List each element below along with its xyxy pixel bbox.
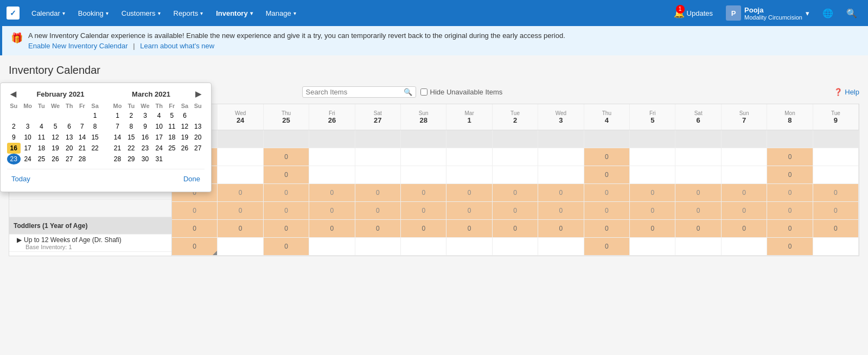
day-cell[interactable]: 29 bbox=[125, 154, 138, 164]
grid-cell[interactable]: 0 bbox=[767, 202, 813, 219]
search-icon[interactable]: 🔍 bbox=[842, 6, 861, 21]
day-cell[interactable]: 4 bbox=[152, 110, 165, 121]
today-button[interactable]: Today bbox=[7, 173, 35, 185]
grid-cell[interactable]: 0 bbox=[675, 220, 721, 237]
nav-manage[interactable]: Manage ▾ bbox=[260, 6, 302, 21]
nav-inventory[interactable]: Inventory ▾ bbox=[210, 6, 258, 21]
grid-cell[interactable]: 0 bbox=[630, 220, 675, 237]
learn-whats-new-link[interactable]: Learn about what's new bbox=[140, 42, 214, 50]
day-cell[interactable]: 30 bbox=[138, 154, 153, 164]
grid-cell[interactable]: 0 bbox=[722, 184, 767, 201]
grid-cell[interactable]: 0 bbox=[584, 184, 630, 201]
day-cell[interactable]: 6 bbox=[63, 121, 76, 132]
day-cell[interactable]: 9 bbox=[7, 132, 21, 143]
prev-month-button[interactable]: ◀ bbox=[7, 90, 20, 98]
grid-cell[interactable]: 0 bbox=[767, 220, 813, 237]
day-cell[interactable]: 7 bbox=[110, 121, 125, 132]
day-cell[interactable]: 27 bbox=[191, 143, 205, 154]
grid-cell[interactable]: 0 bbox=[767, 184, 813, 201]
user-menu-button[interactable]: P Pooja Modality Circumcision ▾ bbox=[722, 3, 814, 23]
grid-cell[interactable]: 0 bbox=[767, 148, 813, 166]
grid-cell[interactable]: 0 bbox=[264, 148, 309, 166]
grid-cell[interactable]: 0 bbox=[309, 220, 355, 237]
day-cell[interactable]: 21 bbox=[110, 143, 125, 154]
day-cell[interactable]: 24 bbox=[152, 143, 165, 154]
day-cell[interactable]: 22 bbox=[125, 143, 138, 154]
day-cell[interactable]: 22 bbox=[88, 143, 101, 154]
grid-cell[interactable]: 0 bbox=[584, 148, 630, 166]
day-cell[interactable]: 5 bbox=[48, 121, 63, 132]
updates-button[interactable]: 1 🔔 Updates bbox=[669, 6, 717, 21]
day-cell[interactable]: 13 bbox=[191, 121, 205, 132]
grid-cell[interactable]: 0 bbox=[584, 202, 630, 219]
day-cell[interactable]: 11 bbox=[35, 132, 48, 143]
enable-new-experience-link[interactable]: Enable New Inventory Calendar bbox=[28, 42, 128, 50]
hide-unavailable-checkbox[interactable] bbox=[420, 88, 427, 96]
day-cell[interactable]: 6 bbox=[178, 110, 192, 121]
grid-cell[interactable]: 0 bbox=[675, 202, 721, 219]
grid-cell[interactable]: 0 bbox=[264, 202, 309, 219]
grid-cell[interactable]: 0 bbox=[264, 184, 309, 201]
grid-cell[interactable]: 0 bbox=[722, 220, 767, 237]
nav-calendar[interactable]: Calendar ▾ bbox=[26, 6, 71, 21]
day-cell[interactable]: 23 bbox=[138, 143, 153, 154]
day-cell[interactable]: 10 bbox=[152, 121, 165, 132]
grid-cell[interactable]: 0 bbox=[538, 202, 584, 219]
nav-reports[interactable]: Reports ▾ bbox=[168, 6, 209, 21]
day-cell[interactable]: 23 bbox=[7, 154, 21, 164]
app-logo[interactable]: ✓ bbox=[7, 7, 20, 20]
done-button[interactable]: Done bbox=[179, 173, 205, 185]
day-cell[interactable]: 12 bbox=[178, 121, 192, 132]
grid-cell[interactable]: 0 bbox=[401, 220, 446, 237]
day-cell[interactable]: 28 bbox=[76, 154, 89, 164]
day-cell[interactable]: 2 bbox=[125, 110, 138, 121]
expand-icon-6[interactable]: ▶ bbox=[17, 236, 22, 244]
day-cell[interactable]: 18 bbox=[165, 132, 178, 143]
day-cell[interactable]: 12 bbox=[48, 132, 63, 143]
day-cell[interactable]: 2 bbox=[7, 121, 21, 132]
day-cell[interactable]: 20 bbox=[191, 132, 205, 143]
day-cell[interactable]: 25 bbox=[165, 143, 178, 154]
day-cell[interactable]: 4 bbox=[35, 121, 48, 132]
day-cell[interactable]: 18 bbox=[35, 143, 48, 154]
grid-cell[interactable]: 0 bbox=[264, 166, 309, 183]
day-cell[interactable]: 3 bbox=[21, 121, 35, 132]
grid-cell[interactable]: 0 bbox=[630, 202, 675, 219]
search-input[interactable] bbox=[306, 88, 404, 96]
grid-cell[interactable]: 0 bbox=[218, 184, 263, 201]
grid-cell[interactable]: 0 bbox=[538, 220, 584, 237]
grid-cell[interactable]: 0 bbox=[630, 184, 675, 201]
grid-cell[interactable]: 0 bbox=[401, 202, 446, 219]
day-cell[interactable]: 1 bbox=[110, 110, 125, 121]
day-cell[interactable]: 3 bbox=[138, 110, 153, 121]
day-cell[interactable]: 25 bbox=[35, 154, 48, 164]
grid-cell[interactable]: 0 bbox=[264, 238, 309, 255]
grid-cell[interactable]: 0 bbox=[493, 202, 538, 219]
grid-cell[interactable]: 0 bbox=[767, 166, 813, 183]
grid-cell[interactable]: 0 bbox=[584, 220, 630, 237]
day-cell[interactable]: 15 bbox=[125, 132, 138, 143]
day-cell[interactable]: 8 bbox=[88, 121, 101, 132]
grid-cell[interactable]: 0 bbox=[767, 238, 813, 255]
help-button[interactable]: ❓ Help bbox=[834, 88, 859, 96]
nav-customers[interactable]: Customers ▾ bbox=[116, 6, 166, 21]
grid-cell[interactable]: 0 bbox=[493, 184, 538, 201]
day-cell[interactable]: 16 bbox=[7, 143, 21, 154]
day-cell[interactable]: 31 bbox=[152, 154, 165, 164]
day-cell[interactable]: 14 bbox=[110, 132, 125, 143]
day-cell[interactable]: 21 bbox=[76, 143, 89, 154]
grid-cell[interactable]: 0 bbox=[355, 184, 401, 201]
grid-cell[interactable]: 0 bbox=[446, 202, 492, 219]
grid-cell[interactable]: 0 bbox=[172, 238, 218, 255]
day-cell[interactable]: 19 bbox=[178, 132, 192, 143]
globe-icon[interactable]: 🌐 bbox=[818, 6, 838, 21]
grid-cell[interactable]: 0 bbox=[584, 238, 630, 255]
grid-cell[interactable]: 0 bbox=[309, 202, 355, 219]
grid-cell[interactable]: 0 bbox=[355, 202, 401, 219]
grid-cell[interactable]: 0 bbox=[584, 166, 630, 183]
day-cell[interactable]: 26 bbox=[178, 143, 192, 154]
day-cell[interactable]: 20 bbox=[63, 143, 76, 154]
day-cell[interactable]: 17 bbox=[21, 143, 35, 154]
grid-cell[interactable]: 0 bbox=[218, 220, 263, 237]
grid-cell[interactable]: 0 bbox=[218, 202, 263, 219]
